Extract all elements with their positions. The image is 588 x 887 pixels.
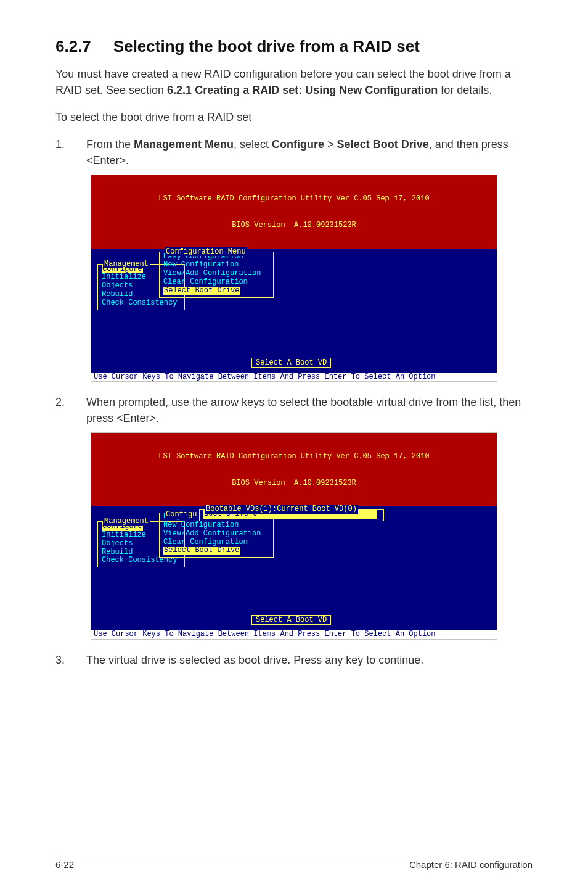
section-heading: 6.2.7 Selecting the boot drive from a RA… (55, 37, 533, 56)
bios1-cfg-viewadd[interactable]: View/Add Configuration (163, 270, 269, 278)
page: 6.2.7 Selecting the boot drive from a RA… (0, 0, 588, 887)
intro-bold-ref: 6.2.1 Creating a RAID set: Using New Con… (167, 84, 438, 96)
bios1-status: Use Cursor Keys To Navigate Between Item… (91, 373, 497, 381)
bios1-title-l1: LSI Software RAID Configuration Utility … (94, 194, 494, 203)
s1-c1: , select (234, 138, 272, 151)
step-text: From the Management Menu, select Configu… (86, 136, 533, 168)
instruction-line: To select the boot drive from a RAID set (55, 109, 533, 125)
bios2-title-l1: LSI Software RAID Configuration Utility … (94, 452, 494, 461)
step-number: 2. (55, 394, 68, 426)
bios1-bottom-box: Select A Boot VD (251, 358, 331, 368)
s1-a: From the (86, 138, 134, 151)
bios2-mgmt-item-check-consistency[interactable]: Check Consistency (102, 556, 181, 565)
bios1-title-l2: BIOS Version A.10.09231523R (94, 221, 494, 229)
step-3: 3. The virtual drive is selected as boot… (55, 652, 533, 668)
bios2-cfg-viewadd[interactable]: View/Add Configuration (163, 530, 269, 538)
s1-c2: > (324, 138, 337, 151)
intro-paragraph: You must have created a new RAID configu… (55, 66, 533, 98)
bios2-status: Use Cursor Keys To Navigate Between Item… (91, 630, 497, 638)
section-title: Selecting the boot drive from a RAID set (113, 37, 533, 56)
bios1-config-menu: Configuration Menu Easy Configuration Ne… (159, 252, 274, 298)
bios1-config-legend: Configuration Menu (165, 247, 247, 256)
bios2-cfg-new[interactable]: New Configuration (163, 521, 269, 530)
bios2-config-legend: Configu (165, 510, 198, 519)
bios2-title-l2: BIOS Version A.10.09231523R (94, 479, 494, 487)
section-number: 6.2.7 (55, 37, 91, 56)
bios2-bootable-box: Bootable VDs(1):Current Boot VD(0) Boot … (199, 509, 384, 521)
bios1-management-legend: Management (103, 260, 150, 268)
s1-b2: Configure (272, 138, 324, 151)
s1-b1: Management Menu (134, 138, 234, 151)
bios1-cfg-select-boot[interactable]: Select Boot Drive (163, 287, 240, 295)
footer-chapter: Chapter 6: RAID configuration (409, 859, 533, 870)
s1-b3: Select Boot Drive (337, 138, 429, 151)
step-1: 1. From the Management Menu, select Conf… (55, 136, 533, 168)
bios2-cfg-select-boot[interactable]: Select Boot Drive (163, 547, 240, 555)
bios-screenshot-2: LSI Software RAID Configuration Utility … (91, 432, 497, 640)
bios2-title: LSI Software RAID Configuration Utility … (91, 433, 497, 506)
bios1-mgmt-item-check-consistency[interactable]: Check Consistency (102, 299, 181, 308)
bios2-cfg-clear[interactable]: Clear Configuration (163, 538, 269, 547)
bios2-bottom-box: Select A Boot VD (251, 615, 331, 625)
step-text: The virtual drive is selected as boot dr… (86, 652, 533, 668)
bios1-cfg-new[interactable]: New Configuration (163, 261, 269, 270)
footer-page-num: 6-22 (55, 859, 74, 870)
bios1-body: Management Configure Initialize Objects … (91, 249, 497, 373)
page-footer: 6-22 Chapter 6: RAID configuration (55, 854, 533, 870)
step-text: When prompted, use the arrow keys to sel… (86, 394, 533, 426)
intro-text-b: for details. (438, 84, 492, 96)
step-2: 2. When prompted, use the arrow keys to … (55, 394, 533, 426)
step-number: 1. (55, 136, 68, 168)
bios2-body: Management Configure Initialize Objects … (91, 506, 497, 630)
bios2-management-legend: Management (103, 517, 150, 526)
bios2-bootable-legend: Bootable VDs(1):Current Boot VD(0) (205, 505, 358, 513)
bios1-title: LSI Software RAID Configuration Utility … (91, 175, 497, 249)
step-number: 3. (55, 652, 68, 668)
bios-screenshot-1: LSI Software RAID Configuration Utility … (91, 175, 497, 382)
bios1-cfg-clear[interactable]: Clear Configuration (163, 278, 269, 287)
